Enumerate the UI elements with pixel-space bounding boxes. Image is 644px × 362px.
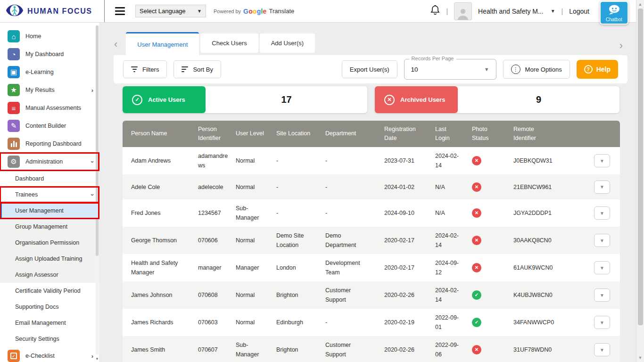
- sidebar-item-label: Supporting Docs: [15, 304, 93, 310]
- sidebar-item-label: Assign Uploaded Training: [15, 255, 93, 262]
- more-options-icon: ⋮: [511, 65, 520, 74]
- chatbot-button[interactable]: Chatbot: [600, 1, 628, 25]
- records-per-page-value: 10: [411, 66, 418, 73]
- column-header-photo: Photo Status: [472, 121, 513, 147]
- scroll-down-icon[interactable]: ▼: [636, 355, 644, 360]
- row-actions-button[interactable]: ▼: [594, 206, 610, 220]
- sidebar-item-assign-assessor[interactable]: Assign Assessor: [0, 267, 99, 283]
- sidebar-item-e-checklist[interactable]: ✓e-Checklist›: [0, 347, 99, 362]
- row-actions-button[interactable]: ▼: [594, 288, 610, 302]
- photo-active-icon: ✓: [472, 318, 481, 327]
- e-learning-icon: ▣: [8, 66, 20, 78]
- cell-level: Normal: [236, 178, 276, 196]
- column-header-remote: Remote Identifier: [513, 121, 584, 147]
- filters-button[interactable]: Filters: [123, 60, 167, 78]
- cell-actions: ▼: [584, 316, 620, 329]
- sidebar-item-my-results[interactable]: ★My Results›: [0, 81, 99, 99]
- row-actions-button[interactable]: ▼: [594, 343, 610, 356]
- tab-check-users[interactable]: Check Users: [200, 33, 258, 53]
- sidebar-item-dashboard[interactable]: Dashboard: [0, 171, 99, 187]
- powered-by-label: Powered by: [214, 8, 241, 14]
- manual-assessments-icon: ≡: [8, 102, 20, 114]
- language-select[interactable]: Select Language ▼: [135, 5, 206, 17]
- reporting-dashboard-icon: [8, 138, 20, 150]
- cell-site: -: [276, 204, 325, 222]
- tabs-scroll-right-icon[interactable]: ›: [619, 41, 623, 51]
- sidebar-item-label: My Results: [25, 87, 91, 93]
- sidebar-nav: ⌂Home◔My Dashboard▣e-Learning★My Results…: [0, 23, 99, 362]
- tab-add-user-s[interactable]: Add User(s): [260, 33, 315, 53]
- active-users-card[interactable]: ✓ Active Users 17: [123, 86, 367, 113]
- row-actions-button[interactable]: ▼: [594, 154, 610, 167]
- sidebar-item-certificate-validity-period[interactable]: Certificate Validity Period: [0, 283, 99, 299]
- cell-identifier: 070606: [198, 231, 236, 249]
- cell-photo-status: ✕: [472, 152, 513, 170]
- cell-identifier: adamandrews: [198, 147, 236, 174]
- sidebar-item-email-management[interactable]: Email Management: [0, 315, 99, 331]
- photo-inactive-icon: ✕: [472, 182, 481, 192]
- export-users-button[interactable]: Export User(s): [342, 60, 397, 78]
- table-row: George Thomson070606NormalDemo Site Loca…: [123, 227, 620, 254]
- row-actions-button[interactable]: ▼: [594, 261, 610, 274]
- avatar[interactable]: [454, 2, 472, 20]
- users-table: Person NamePerson IdentifierUser LevelSi…: [123, 121, 620, 362]
- cell-site: Edinburgh: [276, 313, 325, 331]
- sidebar-item-supporting-docs[interactable]: Supporting Docs: [0, 299, 99, 315]
- scroll-up-icon[interactable]: ▲: [636, 2, 644, 7]
- chevron-down-icon: ›: [89, 161, 96, 163]
- top-header: HUMAN FOCUS Select Language ▼ Powered by…: [0, 0, 644, 23]
- sidebar-item-group-management[interactable]: Group Management: [0, 219, 99, 235]
- cell-level: Normal: [236, 286, 276, 304]
- tab-user-management[interactable]: User Management: [126, 32, 199, 55]
- sort-by-button[interactable]: Sort By: [173, 60, 221, 78]
- cell-level: Normal: [236, 152, 276, 170]
- sidebar-item-manual-assessments[interactable]: ≡Manual Assessments: [0, 99, 99, 117]
- sidebar-item-user-management[interactable]: User Management: [0, 203, 99, 219]
- help-button[interactable]: ? Help: [577, 60, 618, 79]
- scrollbar-thumb[interactable]: [638, 8, 643, 325]
- sidebar-item-trainees[interactable]: Trainees›: [0, 187, 99, 203]
- cell-level: Normal: [236, 231, 276, 249]
- brand-name: HUMAN FOCUS: [27, 7, 92, 16]
- sidebar-item-label: Administration: [25, 158, 91, 165]
- sidebar-item-reporting-dashboard[interactable]: Reporting Dashboard: [0, 135, 99, 153]
- sidebar-item-label: Security Settings: [15, 336, 93, 342]
- tabs-scroll-left-icon[interactable]: ‹: [114, 39, 117, 49]
- table-row: Adam AndrewsadamandrewsNormal--2023-07-3…: [123, 147, 620, 174]
- table-row: Fred Jones1234567Sub-Manager--2024-09-10…: [123, 199, 620, 227]
- cell-site: -: [276, 152, 325, 170]
- cell-remote: 61AUK9WCN0: [513, 259, 584, 277]
- row-actions-button[interactable]: ▼: [594, 234, 610, 247]
- photo-inactive-icon: ✕: [472, 208, 481, 218]
- sidebar-item-home[interactable]: ⌂Home: [0, 27, 99, 45]
- sidebar-item-administration[interactable]: ⚙Administration›: [0, 153, 99, 171]
- sidebar-item-content-builder[interactable]: ✎Content Builder: [0, 117, 99, 135]
- archived-users-card[interactable]: ✕ Archived Users 9: [375, 86, 619, 113]
- sidebar-scroll-down-icon[interactable]: ▼: [95, 357, 99, 361]
- row-actions-button[interactable]: ▼: [594, 181, 610, 194]
- sidebar-item-label: Organisation Permission: [15, 239, 93, 246]
- records-per-page-label: Records Per Page: [409, 56, 456, 61]
- chatbot-icon: [607, 4, 621, 17]
- cell-name: James Richards: [123, 313, 198, 331]
- sidebar-item-organisation-permission[interactable]: Organisation Permission: [0, 235, 99, 251]
- row-actions-button[interactable]: ▼: [594, 316, 610, 329]
- sidebar-item-security-settings[interactable]: Security Settings: [0, 331, 99, 347]
- chevron-right-icon: ›: [91, 87, 93, 94]
- sidebar-item-label: e-Learning: [25, 69, 93, 75]
- sidebar-item-assign-uploaded-training[interactable]: Assign Uploaded Training: [0, 251, 99, 267]
- chevron-down-icon[interactable]: ▼: [551, 8, 555, 14]
- logout-link[interactable]: Logout: [569, 8, 589, 15]
- notification-bell-icon[interactable]: [430, 5, 440, 17]
- user-menu[interactable]: Health and Safety M...: [478, 8, 544, 15]
- language-select-value: Select Language: [140, 8, 186, 15]
- cell-identifier: adelecole: [198, 178, 236, 196]
- chevron-down-icon: ▼: [484, 66, 489, 72]
- column-header-site: Site Location: [276, 125, 325, 142]
- records-per-page-select[interactable]: Records Per Page 10 ▼: [404, 59, 496, 80]
- sidebar-item-e-learning[interactable]: ▣e-Learning: [0, 63, 99, 81]
- more-options-button[interactable]: ⋮ More Options: [503, 60, 570, 79]
- page-scrollbar[interactable]: ▲ ▼: [636, 0, 644, 362]
- hamburger-menu-icon[interactable]: [115, 7, 125, 15]
- sidebar-item-my-dashboard[interactable]: ◔My Dashboard: [0, 45, 99, 63]
